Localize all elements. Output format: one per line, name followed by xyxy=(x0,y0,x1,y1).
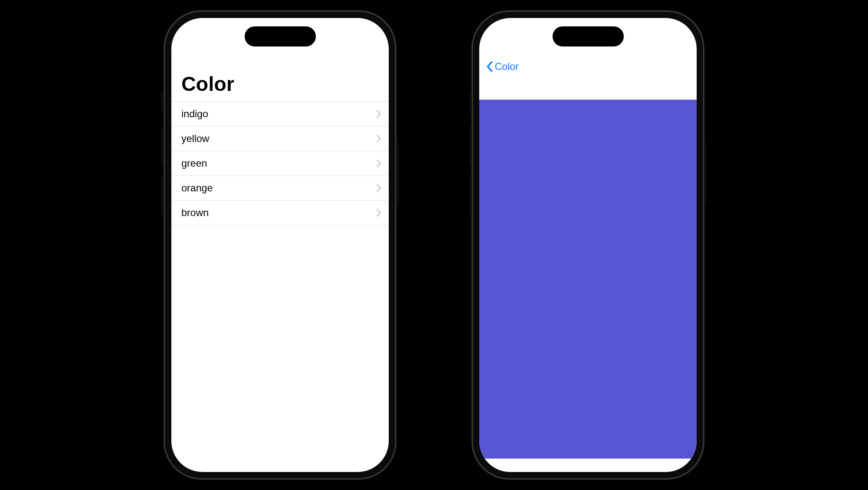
dynamic-island xyxy=(553,26,624,46)
dynamic-island xyxy=(245,26,316,46)
phone-side-button xyxy=(469,126,472,165)
phone-side-button xyxy=(161,126,164,165)
list-item-green[interactable]: green xyxy=(171,151,389,175)
list-item-label: indigo xyxy=(181,108,208,120)
phone-side-button xyxy=(396,142,399,205)
home-indicator-area xyxy=(479,459,697,472)
phone-side-button xyxy=(469,175,472,214)
list-item-brown[interactable]: brown xyxy=(171,200,389,225)
list-screen: Color indigo yellow green xyxy=(171,18,389,472)
color-list: indigo yellow green xyxy=(171,101,389,225)
phone-screen: Color xyxy=(479,18,697,472)
detail-screen: Color xyxy=(479,18,697,472)
back-button-label: Color xyxy=(495,61,519,72)
chevron-left-icon xyxy=(486,61,493,72)
list-item-indigo[interactable]: indigo xyxy=(171,101,389,126)
phone-mockup-detail: Color xyxy=(472,10,704,480)
phone-mockup-list: Color indigo yellow green xyxy=(164,10,396,480)
list-item-orange[interactable]: orange xyxy=(171,175,389,200)
page-title: Color xyxy=(171,72,389,100)
color-swatch xyxy=(479,100,697,459)
chevron-right-icon xyxy=(376,110,381,118)
chevron-right-icon xyxy=(376,209,381,217)
list-item-label: brown xyxy=(181,207,209,219)
phone-screen: Color indigo yellow green xyxy=(171,18,389,472)
list-item-yellow[interactable]: yellow xyxy=(171,126,389,151)
phone-side-button xyxy=(161,92,164,111)
phone-side-button xyxy=(469,92,472,111)
chevron-right-icon xyxy=(376,184,381,192)
back-button[interactable]: Color xyxy=(483,59,521,74)
chevron-right-icon xyxy=(376,159,381,168)
chevron-right-icon xyxy=(376,134,381,143)
list-item-label: yellow xyxy=(181,133,209,144)
list-item-label: green xyxy=(181,157,207,169)
list-item-label: orange xyxy=(181,182,213,194)
phone-side-button xyxy=(704,142,707,205)
phone-side-button xyxy=(161,175,164,214)
